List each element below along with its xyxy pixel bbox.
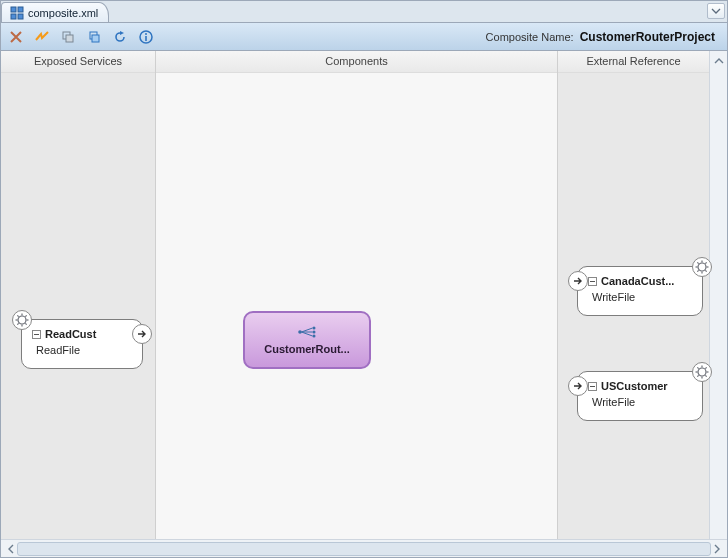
composite-file-icon: [10, 6, 24, 20]
refresh-icon: [113, 30, 127, 44]
copy-button[interactable]: [59, 28, 77, 46]
svg-line-18: [17, 323, 18, 324]
x-icon: [9, 30, 23, 44]
lightning-icon: [34, 30, 50, 44]
collapse-toggle[interactable]: [588, 382, 597, 391]
svg-line-38: [697, 367, 698, 368]
reference-input-connector[interactable]: [568, 376, 588, 396]
scroll-left-button[interactable]: [3, 541, 19, 557]
exposed-services-lane: Exposed Services: [1, 51, 156, 539]
paste-button[interactable]: [85, 28, 103, 46]
service-output-connector[interactable]: [132, 324, 152, 344]
mediator-icon: [297, 325, 317, 339]
wire-button[interactable]: [33, 28, 51, 46]
svg-point-21: [313, 327, 316, 330]
svg-line-29: [697, 262, 698, 263]
reference-input-connector[interactable]: [568, 271, 588, 291]
service-readcust[interactable]: ReadCust ReadFile: [21, 319, 143, 369]
clipboard-icon: [87, 30, 101, 44]
reference-binding-icon[interactable]: [692, 362, 712, 382]
info-icon: [139, 30, 153, 44]
reference-title: USCustomer: [588, 380, 692, 392]
reference-name: USCustomer: [601, 380, 668, 392]
chevron-left-icon: [6, 544, 16, 554]
composite-name-field: Composite Name: CustomerRouterProject: [486, 30, 721, 44]
gear-icon: [15, 313, 29, 327]
svg-point-11: [18, 316, 26, 324]
info-button[interactable]: [137, 28, 155, 46]
composite-name-value: CustomerRouterProject: [580, 30, 715, 44]
reference-title: CanadaCust...: [588, 275, 692, 287]
service-binding-icon[interactable]: [12, 310, 32, 330]
svg-rect-10: [145, 36, 147, 41]
horizontal-scrollbar[interactable]: [1, 539, 727, 557]
svg-line-39: [705, 375, 706, 376]
delete-button[interactable]: [7, 28, 25, 46]
chevron-right-icon: [712, 544, 722, 554]
svg-line-16: [17, 315, 18, 316]
lane-header-components: Components: [156, 51, 557, 73]
editor-toolbar: Composite Name: CustomerRouterProject: [1, 23, 727, 51]
svg-point-33: [698, 368, 706, 376]
svg-point-24: [698, 263, 706, 271]
service-title: ReadCust: [32, 328, 132, 340]
chevron-down-icon: [711, 6, 721, 16]
service-name: ReadCust: [45, 328, 96, 340]
reference-canada-customer[interactable]: CanadaCust... WriteFile: [577, 266, 703, 316]
file-tab-composite[interactable]: composite.xml: [1, 2, 109, 22]
collapse-toggle[interactable]: [32, 330, 41, 339]
reference-name: CanadaCust...: [601, 275, 674, 287]
reference-binding-icon[interactable]: [692, 257, 712, 277]
svg-line-32: [705, 262, 706, 263]
svg-rect-2: [11, 14, 16, 19]
refresh-button[interactable]: [111, 28, 129, 46]
lane-header-exposed: Exposed Services: [1, 51, 155, 73]
svg-line-17: [25, 323, 26, 324]
svg-rect-3: [18, 14, 23, 19]
tab-list-dropdown[interactable]: [707, 3, 725, 19]
reference-operation: WriteFile: [588, 291, 692, 303]
svg-rect-5: [66, 35, 73, 42]
svg-point-9: [145, 33, 147, 35]
gear-icon: [695, 365, 709, 379]
service-operation: ReadFile: [32, 344, 132, 356]
arrow-right-icon: [572, 275, 584, 287]
svg-line-40: [697, 375, 698, 376]
collapse-toggle[interactable]: [588, 277, 597, 286]
svg-point-22: [313, 331, 316, 334]
design-canvas[interactable]: Exposed Services Components External Ref…: [1, 51, 727, 539]
svg-point-23: [313, 335, 316, 338]
lane-header-external: External Reference: [558, 51, 709, 73]
svg-line-41: [705, 367, 706, 368]
component-customer-router[interactable]: CustomerRout...: [243, 311, 371, 369]
scroll-up-button[interactable]: [711, 53, 727, 69]
components-lane: Components: [156, 51, 557, 539]
scrollbar-track[interactable]: [17, 542, 711, 556]
editor-window: composite.xml Composite Name: CustomerRo…: [0, 0, 728, 558]
chevron-up-icon: [714, 56, 724, 66]
scroll-right-button[interactable]: [709, 541, 725, 557]
svg-line-30: [705, 270, 706, 271]
copy-icon: [61, 30, 75, 44]
svg-rect-7: [92, 35, 99, 42]
reference-operation: WriteFile: [588, 396, 692, 408]
svg-line-19: [25, 315, 26, 316]
vertical-scrollbar[interactable]: [709, 51, 727, 539]
gear-icon: [695, 260, 709, 274]
svg-rect-0: [11, 7, 16, 12]
file-tab-label: composite.xml: [28, 7, 98, 19]
svg-point-20: [298, 330, 302, 334]
arrow-right-icon: [572, 380, 584, 392]
arrow-right-icon: [136, 328, 148, 340]
component-label: CustomerRout...: [264, 343, 350, 355]
editor-tab-bar: composite.xml: [1, 1, 727, 23]
svg-rect-1: [18, 7, 23, 12]
svg-line-31: [697, 270, 698, 271]
composite-name-label: Composite Name:: [486, 31, 574, 43]
reference-us-customer[interactable]: USCustomer WriteFile: [577, 371, 703, 421]
